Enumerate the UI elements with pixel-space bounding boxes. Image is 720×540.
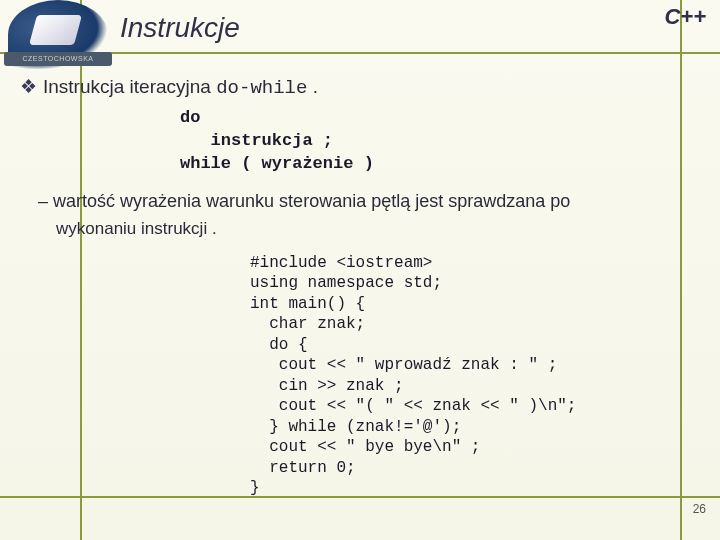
bullet-symbol: ❖ bbox=[20, 76, 37, 97]
dash-item-1: – wartość wyrażenia warunku sterowania p… bbox=[38, 188, 700, 215]
syntax-block: do instrukcja ; while ( wyrażenie ) bbox=[180, 107, 700, 176]
bullet-text-a: Instrukcja iteracyjna bbox=[43, 76, 216, 97]
dash-symbol: – bbox=[38, 191, 48, 211]
dash-item-cont: wykonaniu instrukcji . bbox=[56, 219, 700, 239]
code-block: #include <iostream> using namespace std;… bbox=[250, 253, 576, 499]
language-tag: C++ bbox=[664, 4, 706, 30]
content-area: ❖Instrukcja iteracyjna do-while . do ins… bbox=[20, 75, 700, 239]
logo-caption: CZESTOCHOWSKA bbox=[4, 52, 112, 66]
dash-text: wartość wyrażenia warunku sterowania pęt… bbox=[53, 191, 570, 211]
bullet-item-1: ❖Instrukcja iteracyjna do-while . bbox=[20, 75, 700, 99]
page-number: 26 bbox=[693, 502, 706, 516]
page-title: Instrukcje bbox=[120, 12, 240, 44]
bullet-text-code: do-while bbox=[216, 77, 307, 99]
bullet-text-c: . bbox=[307, 76, 318, 97]
